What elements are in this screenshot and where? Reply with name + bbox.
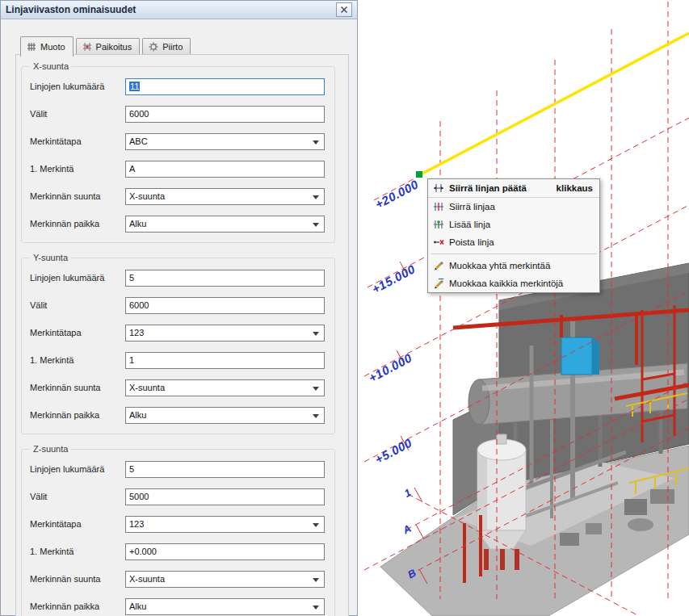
y-lines-count-input[interactable]: 5 [125,270,325,287]
tab-muoto[interactable]: Muoto [20,36,74,57]
field-row: Linjojen lukumäärä 5 [30,455,326,483]
z-label-type-select[interactable]: 123 [125,516,325,533]
tab-paikoitus[interactable]: Paikoitus [76,38,141,56]
field-value: 123 [129,328,144,337]
field-row: Merkinnän paikka Alku [30,593,326,616]
menu-item-label: Siirrä linjaa [449,202,495,212]
field-row: Linjojen lukumäärä 5 [30,264,326,291]
field-row: Merkinnän suunta X-suunta [30,565,326,593]
y-label-position-select[interactable]: Alku [125,407,325,424]
menu-item-label: Lisää linja [449,220,490,229]
close-button[interactable] [336,2,352,17]
x-first-label-input[interactable]: A [125,161,325,178]
x-label-direction-select[interactable]: X-suunta [125,188,325,205]
group-z-direction: Z-suunta Linjojen lukumäärä 5 Välit 5000… [21,444,335,616]
edit-all-labels-icon [433,278,444,289]
selected-grid-line[interactable] [416,33,689,178]
chevron-down-icon [313,332,319,336]
menu-item-add-line[interactable]: Lisää linja [428,216,599,233]
group-x-direction: X-suunta Linjojen lukumäärä 11 Välit 600… [21,61,335,243]
menu-item-label: Muokkaa kaikkia merkintöjä [449,279,563,288]
field-row: Merkinnän paikka Alku [30,210,326,237]
field-value: 6000 [129,300,149,310]
z-label-position-select[interactable]: Alku [125,598,325,615]
field-label: Merkintätapa [30,328,125,337]
dialog-titlebar[interactable]: Linjaviivaston ominaisuudet [1,1,357,19]
context-menu-hint: klikkaus [557,183,593,193]
edit-one-label-icon [433,260,444,271]
group-legend: X-suunta [30,61,72,71]
chevron-down-icon [313,606,319,610]
menu-item-delete-line[interactable]: Poista linja [428,233,599,251]
field-value: 5 [129,464,134,474]
field-label: Välit [30,109,125,119]
chevron-down-icon [313,578,319,582]
field-row: 1. Merkintä +0.000 [30,538,326,565]
model-geometry[interactable] [380,263,689,616]
move-line-icon [433,201,444,212]
field-label: Merkintätapa [30,136,125,146]
chevron-down-icon [313,414,319,418]
tab-label: Piirto [162,42,183,52]
field-label: Merkinnän paikka [30,601,125,611]
menu-separator [431,254,597,254]
field-label: Merkintätapa [30,519,125,529]
field-label: Merkinnän suunta [30,191,125,201]
field-row: Merkintätapa 123 [30,319,326,346]
field-row: 1. Merkintä A [30,155,326,182]
move-line-end-icon [433,182,444,194]
field-label: Linjojen lukumäärä [30,464,125,474]
field-label: Linjojen lukumäärä [30,82,125,91]
tab-page-muoto: X-suunta Linjojen lukumäärä 11 Välit 600… [15,54,349,616]
field-value: 123 [129,519,144,529]
x-label-type-select[interactable]: ABC [125,133,325,150]
menu-item-edit-all-labels[interactable]: Muokkaa kaikkia merkintöjä [428,274,599,292]
model-viewport[interactable]: +20.000 +15.000 +10.000 +5.000 1 A B Sii… [358,0,689,616]
field-value: Alku [129,219,146,228]
group-legend: Z-suunta [30,444,71,454]
menu-item-edit-one-label[interactable]: Muokkaa yhtä merkintää [428,257,599,274]
chevron-down-icon [313,195,319,199]
x-label-position-select[interactable]: Alku [125,216,325,233]
field-label: Merkinnän paikka [30,410,125,420]
y-spacing-input[interactable]: 6000 [125,297,325,314]
z-first-label-input[interactable]: +0.000 [125,543,325,560]
grid-line-context-menu: Siirrä linjan päätä klikkaus Siirrä linj… [427,178,600,293]
tab-label: Paikoitus [96,42,132,52]
field-value: 5 [129,273,134,283]
field-row: Merkintätapa 123 [30,510,326,538]
field-value: X-suunta [129,383,165,392]
field-label: Merkinnän paikka [30,219,125,228]
z-label-direction-select[interactable]: X-suunta [125,571,325,588]
menu-item-label: Muokkaa yhtä merkintää [449,261,550,270]
y-label-direction-select[interactable]: X-suunta [125,379,325,396]
field-row: Merkinnän suunta X-suunta [30,374,326,401]
field-label: 1. Merkintä [30,547,125,556]
context-menu-title: Siirrä linjan päätä [449,183,527,193]
selected-value: 11 [129,82,140,91]
field-value: X-suunta [129,574,165,584]
grid-ticks [397,262,427,584]
field-value: +0.000 [129,547,157,556]
field-value: ABC [129,136,148,146]
z-spacing-input[interactable]: 5000 [125,488,325,505]
field-label: 1. Merkintä [30,355,125,365]
field-value: Alku [129,601,146,611]
x-spacing-input[interactable]: 6000 [125,106,325,123]
tab-label: Muoto [40,42,65,52]
field-label: Välit [30,492,125,501]
menu-item-move-line[interactable]: Siirrä linjaa [428,198,599,216]
y-first-label-input[interactable]: 1 [125,352,325,369]
x-lines-count-input[interactable]: 11 [125,78,325,95]
group-y-direction: Y-suunta Linjojen lukumäärä 5 Välit 6000… [21,253,335,434]
z-lines-count-input[interactable]: 5 [125,461,325,478]
field-row: 1. Merkintä 1 [30,346,326,374]
chevron-down-icon [313,387,319,391]
grid-properties-dialog: Linjaviivaston ominaisuudet Muoto [0,0,358,616]
tab-piirto[interactable]: Piirto [142,38,191,56]
field-label: 1. Merkintä [30,164,125,174]
y-label-type-select[interactable]: 123 [125,325,325,342]
field-label: Linjojen lukumäärä [30,273,125,283]
field-label: Välit [30,300,125,310]
field-row: Välit 6000 [30,100,326,128]
